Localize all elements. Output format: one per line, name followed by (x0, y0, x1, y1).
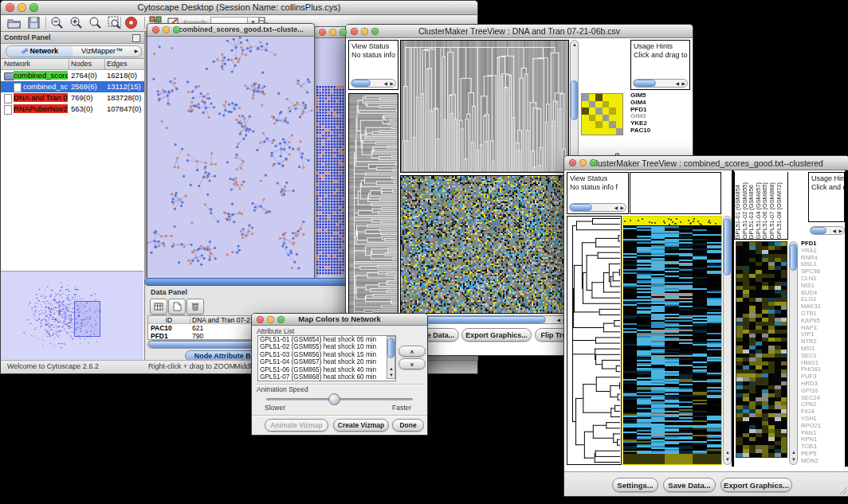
resize-grip-icon[interactable] (838, 486, 848, 495)
matrix-cell[interactable] (582, 94, 589, 101)
attribute-item[interactable]: GPL51-07 (GSM868) heat shock 60 min (260, 373, 395, 381)
matrix-cell[interactable] (589, 128, 596, 135)
overview-viewport-rect[interactable] (74, 301, 100, 337)
help-lifebuoy-icon[interactable] (124, 16, 139, 29)
matrix-cell[interactable] (616, 107, 623, 115)
zoom-fit-icon[interactable] (88, 16, 103, 29)
tv2-zoomed-heatmap[interactable] (736, 241, 787, 458)
tab-network[interactable]: ☍ Network (6, 45, 74, 57)
matrix-cell[interactable] (582, 128, 589, 135)
save-icon[interactable] (27, 16, 41, 29)
attribute-item[interactable]: GPL51-06 (GSM865) heat shock 40 min (260, 366, 395, 373)
tv1-hints-scrollbar[interactable]: ◀▶ (633, 79, 688, 88)
matrix-cell[interactable] (595, 94, 603, 101)
matrix-cell[interactable] (595, 107, 603, 115)
network-row[interactable]: RNAPuberNov2+|563(0)107847(0) (1, 104, 144, 115)
dialog-title-bar[interactable]: Map Colors to Network (252, 314, 427, 326)
network-row[interactable]: combined_sco2569(6)13112(15) (1, 81, 144, 92)
tv1-row-dendrogram[interactable] (348, 93, 398, 347)
float-panel-icon[interactable] (132, 34, 140, 42)
network-frame-1[interactable]: combined_scores_good.txt--cluste... (147, 23, 315, 279)
tv1-column-dendrogram[interactable] (400, 40, 569, 173)
slider-thumb[interactable] (328, 393, 340, 405)
tv2-gene-vscrollbar[interactable]: ▲▼ (789, 241, 798, 465)
tv1-correlation-matrix[interactable] (581, 93, 623, 135)
matrix-cell[interactable] (582, 107, 589, 115)
tv2-heatmap-vscrollbar[interactable]: ▲▼ (723, 216, 732, 465)
network-view-canvas[interactable] (147, 37, 312, 278)
tab-vizmapper[interactable]: VizMapper™ (73, 45, 132, 57)
network-col-header[interactable]: Edges (107, 60, 128, 68)
main-title-bar[interactable]: Cytoscape Desktop (Session Name: collins… (1, 1, 477, 15)
attribute-list[interactable]: GPL51-01 (GSM854) heat shock 05 minGPL51… (257, 335, 396, 381)
matrix-cell[interactable] (589, 115, 596, 122)
network-col-header[interactable]: Network (4, 60, 30, 68)
tab-more-button[interactable]: ▶ (132, 45, 142, 57)
tv2-hints-scrollbar[interactable]: ◀▶ (810, 226, 845, 235)
attribute-item[interactable]: GPL51-02 (GSM855) heat shock 10 min (260, 343, 395, 350)
matrix-cell[interactable] (609, 121, 616, 128)
data-row[interactable]: PFD1790 (148, 332, 252, 340)
matrix-cell[interactable] (603, 94, 610, 101)
create-vizmap-button[interactable]: Create Vizmap (333, 419, 389, 432)
matrix-cell[interactable] (609, 94, 616, 101)
network-col-header[interactable]: Nodes (71, 60, 92, 68)
dense-network-canvas[interactable] (316, 84, 346, 275)
zoom-in-icon[interactable] (69, 16, 84, 29)
matrix-cell[interactable] (616, 128, 623, 135)
matrix-cell[interactable] (603, 101, 610, 108)
matrix-cell[interactable] (589, 94, 596, 101)
data-col-id[interactable]: ID (148, 316, 190, 323)
treeview1-title-bar[interactable]: ClusterMaker TreeView : DNA and Tran 07-… (346, 25, 693, 38)
matrix-cell[interactable] (582, 115, 589, 122)
table-mode-button[interactable] (150, 299, 167, 315)
matrix-cell[interactable] (595, 101, 603, 108)
tv2-export-graphics-button[interactable]: Export Graphics... (720, 478, 792, 492)
zoom-out-icon[interactable] (50, 16, 65, 29)
tv2-settings-button[interactable]: Settings... (612, 478, 658, 492)
data-col-attr[interactable]: DNA and Tran 07-21-06 (190, 316, 252, 323)
attribute-item[interactable]: GPL51-03 (GSM856) heat shock 15 min (260, 351, 395, 358)
matrix-cell[interactable] (609, 128, 616, 135)
matrix-cell[interactable] (603, 121, 610, 128)
move-up-button[interactable]: ʌ (398, 346, 426, 357)
matrix-cell[interactable] (589, 107, 596, 115)
attribute-item[interactable]: GPL51-04 (GSM857) heat shock 20 min (260, 358, 395, 365)
animate-vizmap-button[interactable]: Animate Vizmap (265, 419, 328, 432)
network-row[interactable]: DNA and Tran 07769(0)183728(0) (1, 92, 144, 104)
matrix-cell[interactable] (582, 101, 589, 108)
matrix-cell[interactable] (595, 115, 603, 122)
network-row[interactable]: combined_scores_2764(0)16218(0) (1, 70, 144, 81)
matrix-cell[interactable] (595, 121, 603, 128)
matrix-cell[interactable] (616, 101, 623, 108)
matrix-cell[interactable] (616, 121, 623, 128)
matrix-cell[interactable] (616, 94, 623, 101)
matrix-cell[interactable] (595, 128, 603, 135)
delete-attribute-button[interactable] (186, 299, 204, 315)
matrix-cell[interactable] (609, 115, 616, 122)
matrix-cell[interactable] (609, 101, 616, 108)
matrix-cell[interactable] (589, 101, 596, 108)
tv1-status-scrollbar[interactable]: ◀▶ (351, 79, 396, 88)
tv2-column-dendrogram[interactable] (630, 172, 721, 214)
done-button[interactable]: Done (392, 419, 424, 432)
new-attribute-button[interactable] (168, 299, 186, 315)
attribute-item[interactable]: GPL51-01 (GSM854) heat shock 05 min (260, 336, 395, 343)
matrix-cell[interactable] (603, 128, 610, 135)
window-controls[interactable] (6, 3, 38, 12)
tv1-heatmap[interactable] (400, 175, 569, 314)
matrix-cell[interactable] (589, 121, 596, 128)
matrix-cell[interactable] (603, 115, 610, 122)
tv2-save-data-button[interactable]: Save Data... (663, 478, 716, 492)
attribute-list-scrollbar[interactable]: ▲▼ (387, 336, 395, 379)
matrix-cell[interactable] (609, 107, 616, 115)
tv2-row-dendrogram[interactable] (567, 216, 622, 465)
matrix-cell[interactable] (582, 121, 589, 128)
tv2-heatmap[interactable] (622, 216, 722, 465)
move-down-button[interactable]: v (398, 358, 426, 369)
matrix-cell[interactable] (616, 115, 623, 122)
network-overview[interactable] (1, 271, 143, 361)
treeview2-title-bar[interactable]: ClusterMaker TreeView : combined_scores_… (564, 156, 848, 170)
tv2-status-scrollbar[interactable]: ◀▶ (569, 203, 626, 212)
open-icon[interactable] (7, 16, 22, 29)
